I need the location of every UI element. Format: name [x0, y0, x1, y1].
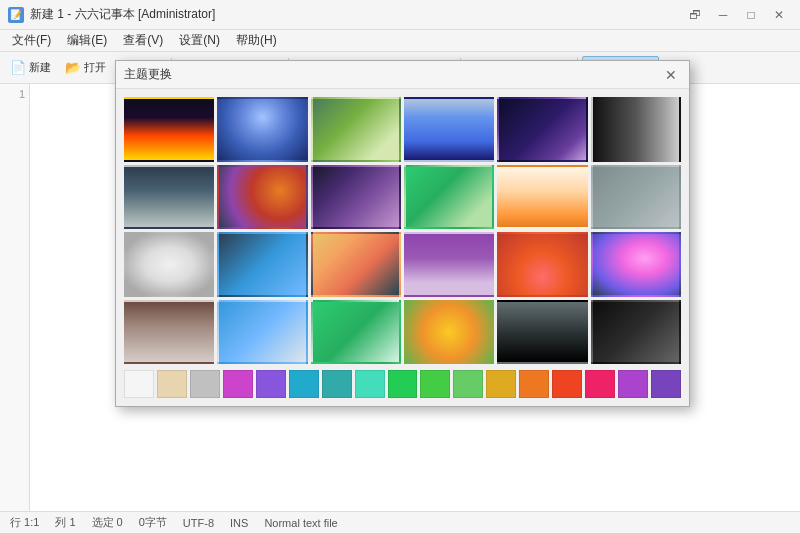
- swatch-lime[interactable]: [420, 370, 450, 398]
- theme-image-4[interactable]: [404, 97, 494, 162]
- swatch-cyan-dark[interactable]: [322, 370, 352, 398]
- swatch-white[interactable]: [124, 370, 154, 398]
- theme-dialog: 主题更换 ✕: [115, 60, 690, 407]
- theme-image-13[interactable]: [124, 232, 214, 297]
- swatch-pink[interactable]: [585, 370, 615, 398]
- theme-image-1[interactable]: [124, 97, 214, 162]
- dialog-title: 主题更换: [124, 66, 172, 83]
- theme-image-17[interactable]: [497, 232, 587, 297]
- swatch-green[interactable]: [388, 370, 418, 398]
- theme-image-9[interactable]: [311, 165, 401, 230]
- swatch-red-orange[interactable]: [552, 370, 582, 398]
- dialog-close-button[interactable]: ✕: [661, 65, 681, 85]
- dialog-title-bar: 主题更换 ✕: [116, 61, 689, 89]
- theme-image-6[interactable]: [591, 97, 681, 162]
- theme-image-18[interactable]: [591, 232, 681, 297]
- color-swatches: [124, 370, 681, 398]
- swatch-orange[interactable]: [519, 370, 549, 398]
- theme-image-21[interactable]: [311, 300, 401, 365]
- swatch-purple[interactable]: [223, 370, 253, 398]
- theme-image-8[interactable]: [217, 165, 307, 230]
- theme-image-2[interactable]: [217, 97, 307, 162]
- theme-image-20[interactable]: [217, 300, 307, 365]
- swatch-gold[interactable]: [486, 370, 516, 398]
- theme-image-15[interactable]: [311, 232, 401, 297]
- theme-image-12[interactable]: [591, 165, 681, 230]
- theme-image-11[interactable]: [497, 165, 587, 230]
- theme-image-22[interactable]: [404, 300, 494, 365]
- swatch-beige[interactable]: [157, 370, 187, 398]
- theme-image-grid: [124, 97, 681, 364]
- dialog-overlay: 主题更换 ✕: [0, 0, 800, 533]
- swatch-violet[interactable]: [256, 370, 286, 398]
- theme-image-24[interactable]: [591, 300, 681, 365]
- dialog-content: [116, 89, 689, 406]
- swatch-magenta[interactable]: [618, 370, 648, 398]
- swatch-turquoise[interactable]: [355, 370, 385, 398]
- swatch-teal[interactable]: [289, 370, 319, 398]
- theme-image-3[interactable]: [311, 97, 401, 162]
- swatch-silver[interactable]: [190, 370, 220, 398]
- theme-image-23[interactable]: [497, 300, 587, 365]
- theme-image-10[interactable]: [404, 165, 494, 230]
- theme-image-14[interactable]: [217, 232, 307, 297]
- theme-image-19[interactable]: [124, 300, 214, 365]
- theme-image-7[interactable]: [124, 165, 214, 230]
- theme-image-5[interactable]: [497, 97, 587, 162]
- theme-image-16[interactable]: [404, 232, 494, 297]
- swatch-indigo[interactable]: [651, 370, 681, 398]
- swatch-light-green[interactable]: [453, 370, 483, 398]
